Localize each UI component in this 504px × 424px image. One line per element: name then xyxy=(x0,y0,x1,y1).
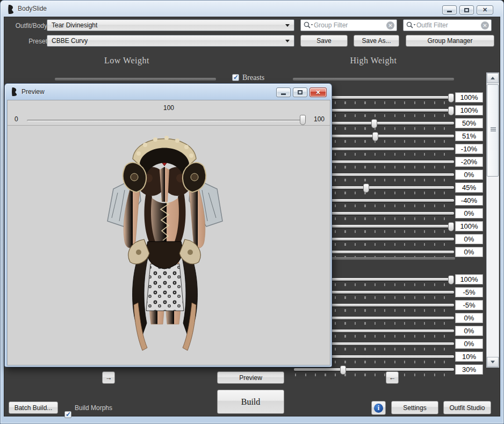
search-icon[interactable] xyxy=(303,21,314,30)
arrow-down-icon xyxy=(491,361,495,363)
close-icon: ✕ xyxy=(315,90,320,96)
save-as-button[interactable]: Save As... xyxy=(354,35,399,47)
slider-value-box[interactable]: -5% xyxy=(455,287,483,297)
slider-value-box[interactable]: -40% xyxy=(455,195,483,206)
slider-value-box[interactable]: 0% xyxy=(455,313,483,323)
high-weight-header: High Weight xyxy=(325,56,422,65)
build-morphs-label: Build Morphs xyxy=(75,404,112,412)
weight-min-label: 0 xyxy=(15,115,18,123)
scroll-up-button[interactable] xyxy=(487,73,499,83)
grip-icon xyxy=(491,129,496,130)
render-viewport[interactable] xyxy=(8,125,330,365)
preview-close-button[interactable]: ✕ xyxy=(309,87,327,97)
slider-value-box[interactable]: 0% xyxy=(455,170,483,180)
weight-slider-track[interactable] xyxy=(27,120,306,122)
slider-track[interactable] xyxy=(294,368,454,371)
slider-value-box[interactable]: 100% xyxy=(455,221,483,231)
about-button[interactable]: i xyxy=(371,401,386,415)
build-button[interactable]: Build xyxy=(217,390,284,414)
settings-button[interactable]: Settings xyxy=(391,401,438,414)
outfit-body-label: Outfit/Body xyxy=(14,22,47,30)
preset-value: CBBE Curvy xyxy=(52,37,88,45)
group-manager-button[interactable]: Group Manager xyxy=(406,35,494,47)
clear-filter-icon[interactable]: ✕ xyxy=(481,21,489,30)
preset-combobox[interactable]: CBBE Curvy xyxy=(47,35,294,47)
low-weight-next-button[interactable]: → xyxy=(102,371,115,384)
build-morphs-checkbox[interactable] xyxy=(64,411,71,418)
weight-value-label: 100 xyxy=(8,104,330,112)
restore-icon xyxy=(464,8,469,12)
slider-value-box[interactable]: 30% xyxy=(455,364,483,375)
preview-window-title: Preview xyxy=(21,88,45,96)
group-filter-input[interactable] xyxy=(314,21,386,29)
slider-ticks xyxy=(295,374,454,376)
scrollbar-thumb[interactable] xyxy=(487,84,499,177)
scroll-down-button[interactable] xyxy=(487,357,499,367)
preview-maximize-button[interactable] xyxy=(293,87,307,97)
minimize-icon xyxy=(447,11,452,12)
minimize-button[interactable] xyxy=(442,5,457,14)
slider-value-box[interactable]: -10% xyxy=(455,144,483,154)
slider-value-box[interactable]: 50% xyxy=(455,118,483,128)
outfit-studio-button[interactable]: Outfit Studio xyxy=(443,401,491,414)
slider-value-box[interactable]: 51% xyxy=(455,131,483,141)
preview-titlebar[interactable]: Preview ✕ xyxy=(5,84,332,100)
preset-label: Preset xyxy=(14,38,47,45)
high-weight-prev-button[interactable]: ← xyxy=(386,371,399,384)
minimize-icon xyxy=(281,93,286,95)
chevron-down-icon xyxy=(285,40,290,42)
slider-value-box[interactable]: 0% xyxy=(455,339,483,349)
slider-scrollbar[interactable] xyxy=(486,72,499,368)
category-label: Breasts xyxy=(242,74,264,82)
outfit-filter-box: ✕ xyxy=(403,19,492,31)
app-titlebar[interactable]: BodySlide ✕ xyxy=(1,1,503,17)
close-icon: ✕ xyxy=(483,7,487,13)
chevron-down-icon xyxy=(285,24,290,27)
outfit-filter-input[interactable] xyxy=(416,21,481,29)
slider-value-box[interactable]: 100% xyxy=(455,105,483,115)
slider-value-box[interactable]: 45% xyxy=(455,182,483,193)
slider-value-box[interactable]: 0% xyxy=(455,208,483,218)
weight-max-label: 100 xyxy=(314,115,325,123)
slider-value-box[interactable]: 0% xyxy=(455,234,483,244)
slider-value-box[interactable]: 10% xyxy=(455,352,483,362)
maximize-button[interactable] xyxy=(459,5,474,14)
low-weight-header: Low Weight xyxy=(78,56,175,65)
batch-build-button[interactable]: Batch Build... xyxy=(9,401,58,414)
slider-value-box[interactable]: -20% xyxy=(455,157,483,167)
slider-value-box[interactable]: 100% xyxy=(455,92,483,103)
character-model xyxy=(8,126,330,365)
preview-button[interactable]: Preview xyxy=(217,371,284,384)
restore-icon xyxy=(298,90,303,94)
outfit-body-combobox[interactable]: Tear Divinesight xyxy=(47,19,294,31)
search-icon[interactable] xyxy=(406,21,416,30)
save-button[interactable]: Save xyxy=(300,35,348,47)
preview-content: 100 0 100 xyxy=(7,100,330,365)
arrow-up-icon xyxy=(491,77,495,79)
preview-minimize-button[interactable] xyxy=(276,87,291,97)
category-separator xyxy=(55,78,216,81)
bodyslide-app-icon xyxy=(10,87,18,96)
category-separator xyxy=(293,78,454,81)
bodyslide-app-icon xyxy=(6,5,15,14)
slider-value-box[interactable]: 0% xyxy=(455,326,483,336)
slider-value-box[interactable]: 100% xyxy=(455,274,483,284)
weight-slider-area: 100 0 100 xyxy=(8,100,330,125)
slider-value-box[interactable]: 0% xyxy=(455,247,483,257)
info-icon: i xyxy=(374,404,383,413)
window-title: BodySlide xyxy=(18,5,47,12)
category-checkbox[interactable] xyxy=(232,74,239,81)
weight-slider-thumb[interactable] xyxy=(300,115,306,125)
group-filter-box: ✕ xyxy=(300,19,397,31)
clear-filter-icon[interactable]: ✕ xyxy=(386,21,394,30)
slider-value-box[interactable]: -5% xyxy=(455,300,483,310)
close-button[interactable]: ✕ xyxy=(477,5,493,14)
preview-window: Preview ✕ 100 0 100 xyxy=(4,83,332,367)
outfit-body-value: Tear Divinesight xyxy=(52,21,97,29)
